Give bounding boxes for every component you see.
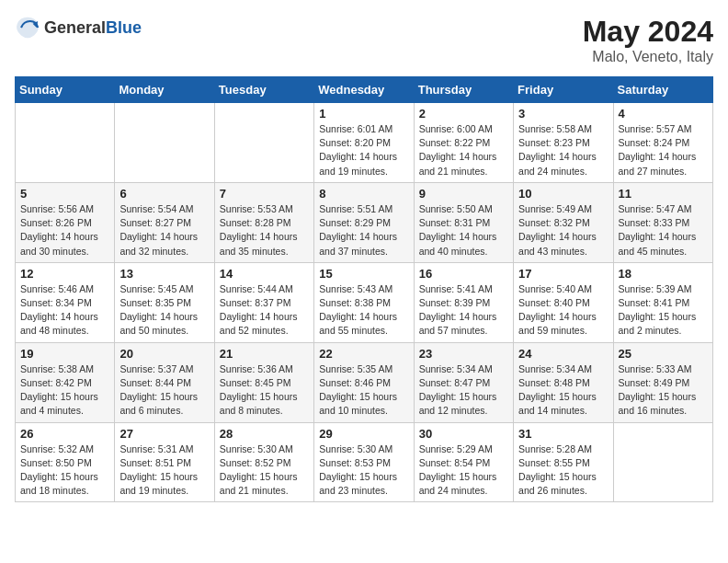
logo-general-text: General: [44, 18, 106, 37]
header-cell-monday: Monday: [115, 77, 214, 103]
day-number: 15: [319, 267, 408, 281]
day-info-line: Sunrise: 5:57 AM: [619, 123, 692, 134]
day-info-line: Daylight: 14 hours: [220, 311, 298, 322]
day-info-line: Daylight: 15 hours: [619, 391, 697, 402]
day-info-line: Sunrise: 5:28 AM: [518, 443, 592, 454]
day-info-line: and 21 minutes.: [419, 166, 488, 177]
header-cell-saturday: Saturday: [613, 77, 712, 103]
day-number: 17: [518, 267, 608, 281]
day-cell: 25Sunrise: 5:33 AMSunset: 8:49 PMDayligh…: [613, 342, 712, 422]
day-info: Sunrise: 5:31 AMSunset: 8:51 PMDaylight:…: [119, 442, 209, 499]
day-info-line: Daylight: 14 hours: [518, 311, 597, 322]
day-info-line: Sunrise: 5:44 AM: [220, 283, 293, 294]
day-number: 16: [419, 267, 508, 281]
day-info: Sunrise: 5:58 AMSunset: 8:23 PMDaylight:…: [518, 122, 608, 178]
day-info-line: and 40 minutes.: [419, 246, 488, 257]
day-info: Sunrise: 5:56 AMSunset: 8:26 PMDaylight:…: [20, 202, 109, 259]
day-info-line: Sunrise: 5:30 AM: [220, 443, 293, 454]
day-cell: 12Sunrise: 5:46 AMSunset: 8:34 PMDayligh…: [16, 262, 115, 342]
day-info-line: and 27 minutes.: [619, 166, 688, 177]
day-info-line: Sunrise: 5:49 AM: [518, 203, 592, 214]
day-number: 12: [20, 267, 109, 281]
header-cell-sunday: Sunday: [16, 77, 115, 103]
day-info-line: Daylight: 14 hours: [220, 231, 298, 242]
day-info-line: and 16 minutes.: [619, 405, 688, 416]
day-info-line: and 6 minutes.: [119, 405, 183, 416]
day-info-line: Daylight: 14 hours: [119, 311, 198, 322]
day-info-line: Sunrise: 5:54 AM: [119, 203, 193, 214]
day-info: Sunrise: 5:33 AMSunset: 8:49 PMDaylight:…: [619, 362, 708, 419]
day-info-line: Sunset: 8:40 PM: [518, 297, 590, 308]
day-info: Sunrise: 5:49 AMSunset: 8:32 PMDaylight:…: [518, 202, 608, 259]
day-number: 4: [619, 107, 708, 121]
day-info: Sunrise: 5:38 AMSunset: 8:42 PMDaylight:…: [20, 362, 109, 419]
week-row-4: 19Sunrise: 5:38 AMSunset: 8:42 PMDayligh…: [16, 342, 713, 422]
day-info: Sunrise: 5:35 AMSunset: 8:46 PMDaylight:…: [319, 362, 408, 419]
day-info-line: Sunset: 8:42 PM: [20, 377, 92, 388]
day-info: Sunrise: 6:00 AMSunset: 8:22 PMDaylight:…: [419, 122, 508, 178]
day-cell: 26Sunrise: 5:32 AMSunset: 8:50 PMDayligh…: [16, 422, 115, 502]
day-info: Sunrise: 5:29 AMSunset: 8:54 PMDaylight:…: [419, 442, 508, 499]
day-info-line: Sunset: 8:45 PM: [220, 377, 291, 388]
day-cell: 5Sunrise: 5:56 AMSunset: 8:26 PMDaylight…: [16, 182, 115, 262]
day-info-line: Sunrise: 5:50 AM: [419, 203, 493, 214]
day-info-line: Sunrise: 5:53 AM: [220, 203, 293, 214]
day-info: Sunrise: 5:28 AMSunset: 8:55 PMDaylight:…: [518, 442, 608, 499]
day-info-line: and 23 minutes.: [319, 485, 388, 496]
day-info-line: Sunset: 8:53 PM: [319, 457, 391, 468]
calendar-table: SundayMondayTuesdayWednesdayThursdayFrid…: [15, 76, 713, 502]
calendar-header: SundayMondayTuesdayWednesdayThursdayFrid…: [16, 77, 713, 103]
day-info: Sunrise: 5:44 AMSunset: 8:37 PMDaylight:…: [220, 282, 309, 339]
day-info-line: and 24 minutes.: [518, 166, 587, 177]
day-cell: 3Sunrise: 5:58 AMSunset: 8:23 PMDaylight…: [514, 103, 613, 183]
calendar-body: 1Sunrise: 6:01 AMSunset: 8:20 PMDaylight…: [16, 103, 713, 502]
week-row-2: 5Sunrise: 5:56 AMSunset: 8:26 PMDaylight…: [16, 182, 713, 262]
day-info: Sunrise: 5:34 AMSunset: 8:47 PMDaylight:…: [419, 362, 508, 419]
day-cell: 22Sunrise: 5:35 AMSunset: 8:46 PMDayligh…: [314, 342, 414, 422]
day-info: Sunrise: 5:53 AMSunset: 8:28 PMDaylight:…: [220, 202, 309, 259]
day-number: 19: [20, 347, 109, 361]
day-number: 28: [220, 427, 309, 441]
day-number: 29: [319, 427, 408, 441]
day-info-line: Daylight: 14 hours: [619, 151, 697, 162]
day-info: Sunrise: 5:45 AMSunset: 8:35 PMDaylight:…: [119, 282, 209, 339]
day-number: 6: [119, 187, 209, 201]
day-info-line: and 55 minutes.: [319, 325, 388, 336]
day-info: Sunrise: 5:30 AMSunset: 8:52 PMDaylight:…: [220, 442, 309, 499]
day-info-line: Sunset: 8:48 PM: [518, 377, 590, 388]
day-info-line: Sunrise: 5:46 AM: [20, 283, 94, 294]
day-cell: 16Sunrise: 5:41 AMSunset: 8:39 PMDayligh…: [414, 262, 513, 342]
day-info: Sunrise: 5:50 AMSunset: 8:31 PMDaylight:…: [419, 202, 508, 259]
day-cell: 6Sunrise: 5:54 AMSunset: 8:27 PMDaylight…: [115, 182, 214, 262]
day-info: Sunrise: 5:32 AMSunset: 8:50 PMDaylight:…: [20, 442, 109, 499]
day-info-line: Sunrise: 5:58 AM: [518, 123, 592, 134]
day-info-line: Daylight: 15 hours: [419, 471, 497, 482]
day-number: 22: [319, 347, 408, 361]
day-cell: 20Sunrise: 5:37 AMSunset: 8:44 PMDayligh…: [115, 342, 214, 422]
day-cell: 28Sunrise: 5:30 AMSunset: 8:52 PMDayligh…: [214, 422, 313, 502]
header-cell-friday: Friday: [514, 77, 613, 103]
logo-icon: [15, 15, 40, 40]
day-info: Sunrise: 5:46 AMSunset: 8:34 PMDaylight:…: [20, 282, 109, 339]
day-info-line: Daylight: 15 hours: [419, 391, 497, 402]
day-number: 30: [419, 427, 508, 441]
day-number: 24: [518, 347, 608, 361]
day-info: Sunrise: 6:01 AMSunset: 8:20 PMDaylight:…: [319, 122, 408, 178]
day-number: 3: [518, 107, 608, 121]
day-info-line: Sunrise: 5:45 AM: [119, 283, 193, 294]
day-info-line: Sunset: 8:20 PM: [319, 137, 391, 148]
day-info-line: Sunrise: 5:34 AM: [518, 363, 592, 374]
day-info-line: Sunset: 8:37 PM: [220, 297, 291, 308]
day-info-line: and 8 minutes.: [220, 405, 283, 416]
day-info-line: Sunset: 8:41 PM: [619, 297, 690, 308]
day-info-line: and 19 minutes.: [319, 166, 388, 177]
day-info-line: Daylight: 15 hours: [20, 471, 98, 482]
location-title: Malo, Veneto, Italy: [583, 49, 713, 65]
day-info-line: Sunrise: 5:34 AM: [419, 363, 493, 374]
day-cell: 29Sunrise: 5:30 AMSunset: 8:53 PMDayligh…: [314, 422, 414, 502]
day-info-line: Daylight: 15 hours: [119, 391, 198, 402]
day-info: Sunrise: 5:30 AMSunset: 8:53 PMDaylight:…: [319, 442, 408, 499]
day-number: 31: [518, 427, 608, 441]
day-info-line: Sunrise: 5:39 AM: [619, 283, 692, 294]
day-info-line: Daylight: 15 hours: [319, 471, 397, 482]
